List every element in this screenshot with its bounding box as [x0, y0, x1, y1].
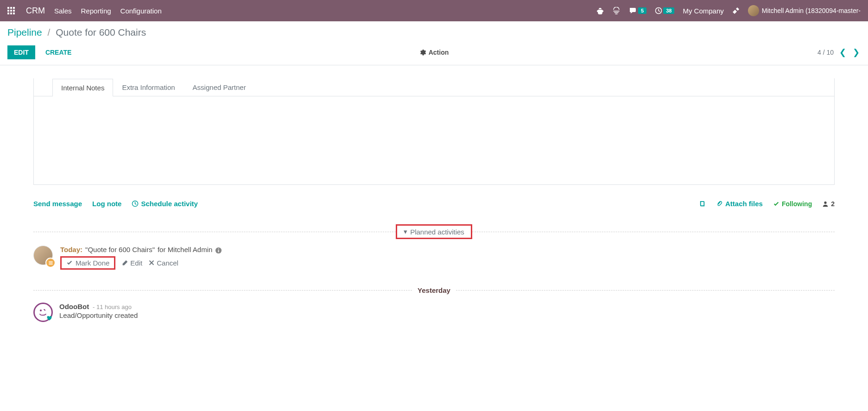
support-icon[interactable] — [612, 7, 621, 14]
tools-icon[interactable] — [732, 7, 740, 14]
close-icon — [149, 260, 154, 266]
activity-cancel-label: Cancel — [157, 259, 178, 267]
pager-prev[interactable]: ❮ — [838, 47, 847, 57]
app-name[interactable]: CRM — [26, 6, 45, 16]
control-right: 4 / 10 ❮ ❯ — [817, 47, 861, 57]
company-selector[interactable]: My Company — [683, 7, 723, 15]
message-author: OdooBot — [59, 303, 89, 310]
breadcrumb: Pipeline / Quote for 600 Chairs — [7, 27, 861, 38]
paperclip-icon — [716, 200, 723, 207]
chatter-actions: Send message Log note Schedule activity … — [33, 194, 835, 213]
planned-activities-label: Planned activities — [410, 228, 464, 236]
tabs: Internal Notes Extra Information Assigne… — [34, 78, 834, 96]
user-avatar — [748, 5, 759, 16]
activity-type-icon — [45, 258, 56, 268]
message-item: OdooBot - 11 hours ago Lead/Opportunity … — [33, 299, 835, 326]
activities-badge: 38 — [663, 7, 674, 14]
breadcrumb-separator: / — [48, 27, 51, 38]
tab-extra-info[interactable]: Extra Information — [113, 78, 184, 96]
pencil-icon — [122, 260, 128, 266]
check-icon — [773, 201, 779, 207]
activity-title: "Quote for 600 Chairs" — [85, 246, 155, 253]
breadcrumb-current: Quote for 600 Chairs — [56, 27, 146, 38]
control-panel: EDIT CREATE Action 4 / 10 ❮ ❯ — [0, 42, 868, 65]
message-body: Lead/Opportunity created — [59, 311, 835, 319]
activity-cancel-button[interactable]: Cancel — [149, 259, 178, 267]
svg-rect-4 — [49, 262, 52, 263]
activities-icon[interactable]: 38 — [655, 7, 674, 14]
attach-files-label: Attach files — [725, 200, 763, 208]
info-icon[interactable] — [215, 246, 222, 254]
wiki-button[interactable] — [699, 200, 706, 207]
create-button[interactable]: CREATE — [39, 45, 78, 59]
message-time: - 11 hours ago — [93, 304, 132, 310]
svg-point-2 — [824, 201, 827, 203]
top-navbar: CRM Sales Reporting Configuration 5 38 M… — [0, 0, 868, 21]
attach-files-button[interactable]: Attach files — [716, 200, 763, 208]
content-wrap: Internal Notes Extra Information Assigne… — [0, 78, 868, 185]
clock-icon — [132, 200, 139, 207]
svg-point-8 — [218, 248, 219, 249]
day-label: Yesterday — [412, 286, 456, 294]
breadcrumb-root[interactable]: Pipeline — [7, 27, 42, 38]
planned-activities-divider: ▾ Planned activities — [33, 224, 835, 239]
tab-assigned-partner[interactable]: Assigned Partner — [184, 78, 255, 96]
planned-activities-toggle[interactable]: ▾ Planned activities — [396, 224, 472, 239]
gear-icon — [419, 49, 426, 56]
schedule-activity-label: Schedule activity — [141, 200, 198, 208]
book-icon — [699, 200, 706, 207]
followers-button[interactable]: 2 — [822, 200, 835, 208]
navbar-right: 5 38 My Company Mitchell Admin (18320094… — [596, 5, 861, 16]
activity-avatar-wrap — [33, 246, 54, 266]
chatter: Send message Log note Schedule activity … — [0, 185, 868, 344]
following-button[interactable]: Following — [773, 200, 812, 208]
edit-button[interactable]: EDIT — [7, 45, 35, 59]
caret-down-icon: ▾ — [404, 228, 407, 236]
pager-text: 4 / 10 — [817, 49, 834, 56]
activity-summary: Today: "Quote for 600 Chairs" for Mitche… — [60, 246, 835, 254]
chatter-right: Attach files Following 2 — [699, 200, 835, 208]
following-label: Following — [782, 200, 812, 208]
heart-icon — [46, 314, 52, 322]
send-message-button[interactable]: Send message — [33, 200, 82, 208]
svg-point-9 — [40, 310, 41, 310]
tab-content — [34, 96, 834, 161]
activity-edit-button[interactable]: Edit — [122, 259, 142, 267]
apps-icon[interactable] — [7, 7, 15, 14]
menu-reporting[interactable]: Reporting — [81, 7, 111, 15]
tab-internal-notes[interactable]: Internal Notes — [52, 79, 113, 96]
message-content: OdooBot - 11 hours ago Lead/Opportunity … — [59, 303, 835, 319]
form-sheet: Internal Notes Extra Information Assigne… — [33, 78, 835, 185]
breadcrumb-bar: Pipeline / Quote for 600 Chairs — [0, 21, 868, 42]
user-menu[interactable]: Mitchell Admin (18320094-master- — [748, 5, 861, 16]
messages-icon[interactable]: 5 — [629, 7, 646, 14]
pager-next[interactable]: ❯ — [852, 47, 861, 57]
menu-configuration[interactable]: Configuration — [120, 7, 162, 15]
activity-assignee: for Mitchell Admin — [158, 246, 212, 253]
svg-rect-5 — [49, 264, 52, 264]
schedule-activity-button[interactable]: Schedule activity — [132, 200, 198, 208]
person-icon — [822, 201, 829, 207]
action-label: Action — [429, 49, 449, 56]
bug-icon[interactable] — [596, 7, 604, 14]
log-note-button[interactable]: Log note — [92, 200, 121, 208]
mark-done-button[interactable]: Mark Done — [60, 256, 115, 270]
user-name: Mitchell Admin (18320094-master- — [762, 7, 861, 14]
check-icon — [66, 259, 73, 266]
mark-done-label: Mark Done — [76, 259, 109, 267]
navbar-left: CRM Sales Reporting Configuration — [7, 6, 162, 16]
svg-rect-7 — [218, 250, 219, 252]
activity-actions: Mark Done Edit Cancel — [60, 256, 835, 270]
activity-item: Today: "Quote for 600 Chairs" for Mitche… — [33, 244, 835, 278]
day-separator: Yesterday — [33, 286, 835, 294]
activity-due-label: Today: — [60, 246, 82, 253]
svg-rect-3 — [49, 261, 52, 262]
activity-edit-label: Edit — [130, 259, 142, 267]
odoobot-avatar — [33, 303, 53, 322]
followers-count-value: 2 — [831, 200, 835, 208]
action-menu[interactable]: Action — [419, 49, 449, 56]
messages-badge: 5 — [638, 7, 646, 14]
activity-content: Today: "Quote for 600 Chairs" for Mitche… — [60, 246, 835, 270]
menu-sales[interactable]: Sales — [54, 7, 72, 15]
